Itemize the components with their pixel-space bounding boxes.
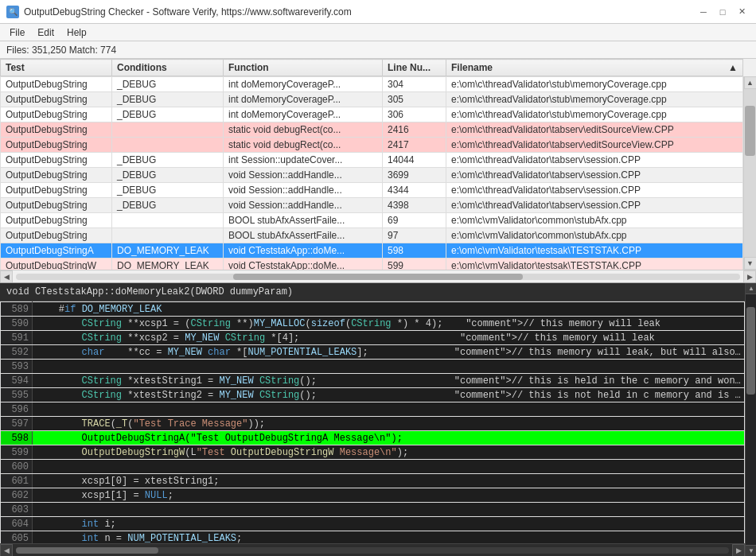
code-line: TRACE(_T("Test Trace Message")); bbox=[33, 417, 745, 431]
menu-file[interactable]: File bbox=[3, 25, 31, 40]
code-row: 597 TRACE(_T("Test Trace Message")); bbox=[1, 417, 745, 431]
app-icon: 🔍 bbox=[6, 6, 19, 18]
table-cell-conditions: _DEBUG bbox=[112, 168, 224, 183]
table-cell-function: static void debugRect(co... bbox=[224, 122, 383, 138]
table-cell-lineNo: 306 bbox=[383, 107, 446, 122]
table-cell-conditions: _DEBUG bbox=[112, 77, 224, 92]
code-scroll-right[interactable]: ▶ bbox=[732, 544, 745, 557]
close-button[interactable]: ✕ bbox=[734, 4, 750, 20]
table-cell-conditions: _DEBUG bbox=[112, 92, 224, 107]
scroll-left-arrow[interactable]: ◀ bbox=[0, 270, 13, 283]
code-area-wrapper: void CTeststakApp::doMemoryLeak2(DWORD d… bbox=[0, 283, 756, 556]
table-cell-filename: e:\om\c\vmValidator\common\stubAfx.cpp bbox=[446, 228, 743, 243]
table-cell-filename: e:\om\c\threadValidator\stub\memoryCover… bbox=[446, 92, 743, 107]
menu-help[interactable]: Help bbox=[60, 25, 93, 40]
minimize-button[interactable]: ─ bbox=[696, 4, 711, 20]
table-scroll-area[interactable]: OutputDebugString_DEBUGint doMemoryCover… bbox=[0, 76, 756, 270]
table-row[interactable]: OutputDebugStringstatic void debugRect(c… bbox=[1, 138, 743, 153]
menu-edit[interactable]: Edit bbox=[31, 25, 60, 40]
table-cell-filename: e:\om\c\threadValidator\tabserv\session.… bbox=[446, 153, 743, 168]
table-row[interactable]: OutputDebugString_DEBUGvoid Session::add… bbox=[1, 183, 743, 198]
line-number: 597 bbox=[1, 417, 33, 431]
code-hscroll-thumb[interactable] bbox=[16, 547, 158, 554]
table-cell-filename: e:\om\c\threadValidator\stub\memoryCover… bbox=[446, 77, 743, 92]
hscroll-track[interactable] bbox=[16, 274, 740, 280]
code-line: OutputDebugStringA("Test OutputDebugStri… bbox=[33, 431, 745, 445]
col-header-test: Test bbox=[1, 60, 112, 76]
code-body: 589 #if DO_MEMORY_LEAK590 CString **xcsp… bbox=[1, 302, 745, 544]
table-vertical-scrollbar[interactable]: ▲ ▼ bbox=[743, 76, 756, 270]
code-header: void CTeststakApp::doMemoryLeak2(DWORD d… bbox=[0, 283, 745, 301]
stats-text: Files: 351,250 Match: 774 bbox=[6, 45, 116, 56]
table-cell-test: OutputDebugString bbox=[1, 138, 112, 153]
vscroll-up-arrow[interactable]: ▲ bbox=[744, 76, 757, 89]
table-cell-filename: e:\om\c\threadValidator\stub\memoryCover… bbox=[446, 107, 743, 122]
results-data-table: OutputDebugString_DEBUGint doMemoryCover… bbox=[0, 76, 743, 270]
table-cell-lineNo: 4398 bbox=[383, 198, 446, 213]
table-row[interactable]: OutputDebugString_DEBUGint doMemoryCover… bbox=[1, 77, 743, 92]
table-row[interactable]: OutputDebugStringWDO_MEMORY_LEAKvoid CTe… bbox=[1, 259, 743, 270]
code-hscroll-track[interactable] bbox=[16, 547, 729, 554]
code-vscroll-up[interactable]: ▲ bbox=[746, 283, 756, 294]
scroll-right-arrow[interactable]: ▶ bbox=[743, 270, 756, 283]
table-row[interactable]: OutputDebugString_DEBUGint doMemoryCover… bbox=[1, 92, 743, 107]
code-line: #if DO_MEMORY_LEAK bbox=[33, 302, 745, 317]
code-scroll-area[interactable]: 589 #if DO_MEMORY_LEAK590 CString **xcsp… bbox=[0, 301, 745, 543]
code-line bbox=[33, 503, 745, 517]
line-number: 598 bbox=[1, 431, 33, 445]
code-row: 602 xcsp1[1] = NULL; bbox=[1, 488, 745, 503]
table-cell-lineNo: 97 bbox=[383, 228, 446, 243]
code-line: char **cc = MY_NEW char *[NUM_POTENTIAL_… bbox=[33, 345, 745, 360]
table-row[interactable]: OutputDebugStringBOOL stubAfxAssertFaile… bbox=[1, 228, 743, 243]
table-cell-lineNo: 4344 bbox=[383, 183, 446, 198]
table-cell-filename: e:\om\c\threadValidator\tabserv\session.… bbox=[446, 183, 743, 198]
code-scroll-left[interactable]: ◀ bbox=[0, 544, 13, 557]
table-body: OutputDebugString_DEBUGint doMemoryCover… bbox=[1, 77, 743, 270]
table-cell-function: void CTeststakApp::doMe... bbox=[224, 243, 383, 259]
table-horizontal-scrollbar[interactable]: ◀ ▶ bbox=[0, 270, 756, 282]
table-row[interactable]: OutputDebugStringstatic void debugRect(c… bbox=[1, 122, 743, 138]
col-header-conditions: Conditions bbox=[112, 60, 224, 76]
table-row[interactable]: OutputDebugStringADO_MEMORY_LEAKvoid CTe… bbox=[1, 243, 743, 259]
code-horizontal-scrollbar[interactable]: ◀ ▶ bbox=[0, 543, 745, 556]
line-number: 589 bbox=[1, 302, 33, 317]
table-cell-function: void Session::addHandle... bbox=[224, 168, 383, 183]
table-cell-conditions bbox=[112, 122, 224, 138]
table-cell-conditions: _DEBUG bbox=[112, 107, 224, 122]
table-row[interactable]: OutputDebugString_DEBUGint Session::upda… bbox=[1, 153, 743, 168]
table-cell-lineNo: 2416 bbox=[383, 122, 446, 138]
window-controls[interactable]: ─ □ ✕ bbox=[696, 4, 750, 20]
table-cell-function: BOOL stubAfxAssertFaile... bbox=[224, 228, 383, 243]
vscroll-thumb[interactable] bbox=[745, 106, 755, 156]
table-cell-conditions: _DEBUG bbox=[112, 198, 224, 213]
hscroll-thumb[interactable] bbox=[233, 274, 523, 280]
code-vscroll-down[interactable]: ▼ bbox=[746, 545, 756, 556]
table-row[interactable]: OutputDebugStringBOOL stubAfxAssertFaile… bbox=[1, 213, 743, 228]
table-cell-conditions: _DEBUG bbox=[112, 183, 224, 198]
table-cell-filename: e:\om\c\threadValidator\tabserv\editSour… bbox=[446, 122, 743, 138]
code-vscroll-thumb[interactable] bbox=[746, 307, 755, 395]
vscroll-down-arrow[interactable]: ▼ bbox=[744, 257, 757, 270]
code-row: 593 bbox=[1, 360, 745, 374]
table-cell-function: int doMemoryCoverageP... bbox=[224, 77, 383, 92]
table-row[interactable]: OutputDebugString_DEBUGvoid Session::add… bbox=[1, 198, 743, 213]
code-line: CString *xtestString1 = MY_NEW CString()… bbox=[33, 374, 745, 388]
code-line: int n = NUM_POTENTIAL_LEAKS; bbox=[33, 531, 745, 544]
line-number: 591 bbox=[1, 331, 33, 345]
code-line: CString **xcsp1 = (CString **)MY_MALLOC(… bbox=[33, 317, 745, 331]
code-vertical-scrollbar[interactable]: ▲ ▼ bbox=[745, 283, 756, 556]
table-cell-function: int doMemoryCoverageP... bbox=[224, 92, 383, 107]
maximize-button[interactable]: □ bbox=[715, 4, 731, 20]
code-row: 590 CString **xcsp1 = (CString **)MY_MAL… bbox=[1, 317, 745, 331]
line-number: 594 bbox=[1, 374, 33, 388]
code-row: 594 CString *xtestString1 = MY_NEW CStri… bbox=[1, 374, 745, 388]
table-row[interactable]: OutputDebugString_DEBUGint doMemoryCover… bbox=[1, 107, 743, 122]
table-cell-function: static void debugRect(co... bbox=[224, 138, 383, 153]
line-number: 599 bbox=[1, 445, 33, 460]
table-cell-lineNo: 304 bbox=[383, 77, 446, 92]
vscroll-track[interactable] bbox=[744, 89, 756, 257]
code-line: CString **xcsp2 = MY_NEW CString *[4]; "… bbox=[33, 331, 745, 345]
table-row[interactable]: OutputDebugString_DEBUGvoid Session::add… bbox=[1, 168, 743, 183]
code-vscroll-track[interactable] bbox=[746, 294, 756, 545]
table-cell-test: OutputDebugString bbox=[1, 168, 112, 183]
